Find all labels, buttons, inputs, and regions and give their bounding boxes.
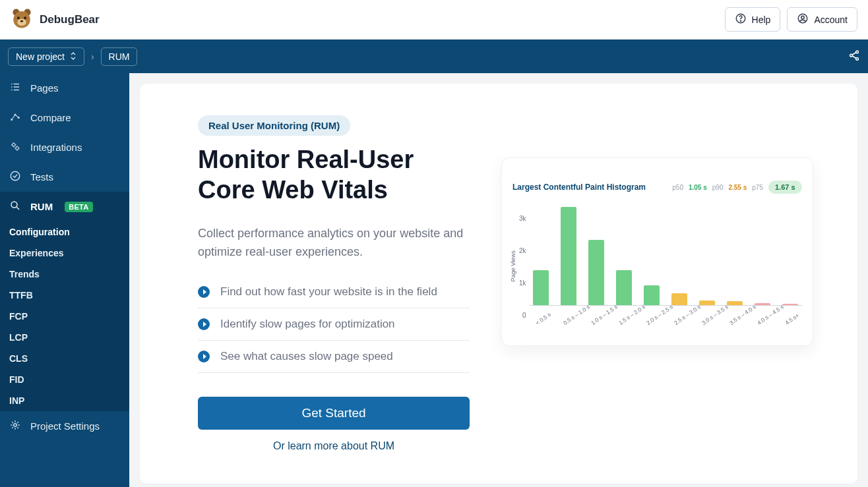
sidebar-item-compare[interactable]: Compare <box>0 103 129 132</box>
brand[interactable]: DebugBear <box>11 7 100 32</box>
beta-badge: BETA <box>65 202 92 212</box>
bullet-list: Find out how fast your website is in the… <box>198 276 470 373</box>
svg-point-4 <box>17 16 20 19</box>
brand-name: DebugBear <box>40 13 100 26</box>
y-ticks: 3k2k1k0 <box>519 214 526 319</box>
top-bar: DebugBear Help Account <box>0 0 868 40</box>
project-selector[interactable]: New project <box>8 47 84 66</box>
sidebar-item-rum[interactable]: RUM BETA <box>0 192 129 221</box>
sidebar-item-label: Compare <box>30 112 71 123</box>
histogram-bar <box>699 301 715 305</box>
p75-value: 1.67 s <box>768 181 802 194</box>
play-circle-icon <box>198 351 210 362</box>
bullet-item: Identify slow pages for optimization <box>198 308 470 341</box>
compare-icon <box>9 111 21 125</box>
sidebar-sub-fcp[interactable]: FCP <box>0 306 129 327</box>
svg-point-8 <box>740 20 741 21</box>
histogram-bars <box>529 200 802 306</box>
sidebar-item-label: Integrations <box>30 142 82 153</box>
sidebar-sub-configuration[interactable]: Configuration <box>0 221 129 243</box>
sidebar-item-pages[interactable]: Pages <box>0 73 129 103</box>
sidebar-sub-lcp[interactable]: LCP <box>0 327 129 348</box>
gear-icon <box>9 419 21 433</box>
p75-label: p75 <box>752 184 763 191</box>
sidebar-item-project-settings[interactable]: Project Settings <box>0 411 129 441</box>
sidebar-sub-inp[interactable]: INP <box>0 390 129 411</box>
sidebar-sub-fid[interactable]: FID <box>0 369 129 390</box>
percentile-stats: p50 1.05 s p90 2.55 s p75 1.67 s <box>672 181 801 194</box>
svg-point-20 <box>11 202 17 208</box>
feature-pill: Real User Monitoring (RUM) <box>198 115 350 136</box>
bear-logo-icon <box>11 7 33 32</box>
svg-point-5 <box>24 16 26 19</box>
list-icon <box>9 81 21 95</box>
help-button[interactable]: Help <box>725 7 781 32</box>
play-circle-icon <box>198 286 210 298</box>
sidebar-item-tests[interactable]: Tests <box>0 162 129 192</box>
histogram-bar <box>616 270 632 305</box>
bullet-text: Identify slow pages for optimization <box>220 318 395 331</box>
chevrons-updown-icon <box>70 51 77 62</box>
user-circle-icon <box>797 13 809 26</box>
get-started-button[interactable]: Get Started <box>198 397 470 430</box>
histogram-bar <box>727 301 743 305</box>
svg-point-10 <box>801 16 805 19</box>
chart-title: Largest Contentful Paint Histogram <box>512 183 646 192</box>
account-button[interactable]: Account <box>787 7 857 32</box>
help-circle-icon <box>735 13 747 26</box>
svg-point-18 <box>16 147 19 150</box>
sidebar-sub-ttfb[interactable]: TTFB <box>0 285 129 306</box>
histogram-bar <box>561 207 576 305</box>
histogram-bar <box>588 240 604 305</box>
y-tick: 0 <box>519 312 526 319</box>
p90-value: 2.55 s <box>728 184 747 191</box>
sidebar-sub-list: ConfigurationExperiencesTrendsTTFBFCPLCP… <box>0 221 129 411</box>
sidebar-item-label: Tests <box>30 171 53 183</box>
sidebar-sub-trends[interactable]: Trends <box>0 264 129 285</box>
breadcrumb-bar: New project › RUM <box>0 40 868 73</box>
sidebar-item-label: RUM <box>30 201 53 212</box>
help-label: Help <box>752 14 771 25</box>
p50-label: p50 <box>672 184 683 191</box>
breadcrumb-current[interactable]: RUM <box>101 47 138 66</box>
sidebar-sub-experiences[interactable]: Experiences <box>0 243 129 264</box>
histogram-bar <box>755 303 770 305</box>
svg-point-19 <box>11 171 20 181</box>
sidebar-sub-cls[interactable]: CLS <box>0 348 129 369</box>
account-label: Account <box>814 14 848 25</box>
histogram-bar <box>671 293 687 305</box>
chevron-right-icon: › <box>91 51 94 62</box>
p50-value: 1.05 s <box>689 184 707 191</box>
histogram-bar <box>644 285 660 305</box>
play-circle-icon <box>198 318 210 330</box>
histogram-bar <box>533 270 549 305</box>
page-subtitle: Collect performance analytics on your we… <box>198 225 470 262</box>
page-title: Monitor Real-User Core Web Vitals <box>198 145 470 205</box>
bullet-item: See what causes slow page speed <box>198 341 470 373</box>
histogram-bar <box>782 304 798 305</box>
y-tick: 1k <box>519 279 526 287</box>
sidebar-item-label: Pages <box>30 82 59 94</box>
bullet-text: Find out how fast your website is in the… <box>220 285 437 299</box>
sidebar-item-integrations[interactable]: Integrations <box>0 132 129 162</box>
main-area: Real User Monitoring (RUM) Monitor Real-… <box>129 73 868 487</box>
y-tick: 2k <box>519 247 526 254</box>
svg-point-21 <box>14 424 17 427</box>
y-axis-label: Page Views <box>510 250 516 281</box>
magnify-icon <box>9 200 21 214</box>
bullet-text: See what causes slow page speed <box>220 350 393 363</box>
svg-point-17 <box>13 144 16 147</box>
lcp-histogram-card: Largest Contentful Paint Histogram p50 1… <box>501 158 813 346</box>
sidebar-item-label: Project Settings <box>30 420 100 432</box>
svg-point-3 <box>17 18 26 25</box>
y-tick: 3k <box>519 215 526 222</box>
hero-card: Real User Monitoring (RUM) Monitor Real-… <box>140 84 857 484</box>
x-ticks: < 0.5 s0.5 s – 1.0 s1.0 s – 1.5 s1.5 s –… <box>529 306 802 316</box>
svg-point-6 <box>20 20 23 22</box>
bullet-item: Find out how fast your website is in the… <box>198 276 470 308</box>
learn-more-link[interactable]: Or learn more about RUM <box>198 440 470 452</box>
check-circle-icon <box>9 170 21 184</box>
sidebar: Pages Compare Integrations Tests RUM BET… <box>0 73 129 487</box>
p90-label: p90 <box>712 184 724 191</box>
share-button[interactable] <box>848 49 860 64</box>
